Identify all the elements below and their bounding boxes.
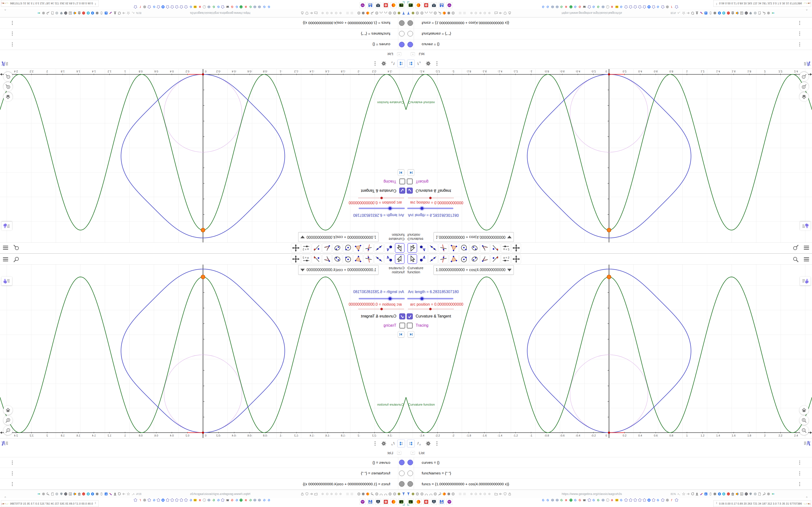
zoom-out-button[interactable] xyxy=(3,72,12,81)
plusblue-icon[interactable] xyxy=(91,11,95,15)
lock-icon[interactable] xyxy=(507,11,512,15)
favicon-Ggreen[interactable]: G xyxy=(560,5,564,9)
crayon-icon[interactable] xyxy=(699,11,704,15)
tree-view-button[interactable] xyxy=(397,60,405,68)
shield-icon[interactable] xyxy=(305,492,309,496)
gear-button[interactable] xyxy=(424,60,432,68)
angle-tool[interactable]: α xyxy=(322,254,332,264)
globegray-icon[interactable] xyxy=(753,11,757,15)
algebra-row[interactable]: funcs = {1.000000000000 + cos(4.00000000… xyxy=(406,479,812,489)
crayon-icon[interactable] xyxy=(699,492,704,496)
zoom-in-button[interactable] xyxy=(3,416,12,425)
globegray-icon[interactable] xyxy=(55,492,59,496)
downteal-icon[interactable] xyxy=(86,11,90,15)
favicon-penta[interactable] xyxy=(134,498,138,502)
collapse-button[interactable]: − xyxy=(411,451,415,455)
favicon-Ya[interactable]: Я xyxy=(244,498,248,502)
favicon-penta[interactable] xyxy=(628,5,633,9)
favicon-Gblue[interactable]: G xyxy=(235,5,239,9)
dotcircle-icon[interactable] xyxy=(321,11,325,15)
wrench-icon[interactable] xyxy=(438,492,442,496)
favicon-Ya[interactable]: Я xyxy=(564,5,568,9)
angle-tool[interactable]: α xyxy=(322,243,332,253)
chevron-up-icon[interactable]: ⌃ xyxy=(805,496,808,500)
favicon-W[interactable]: W xyxy=(225,5,230,9)
floppy64-icon[interactable]: 64 xyxy=(439,499,445,505)
reload-icon[interactable] xyxy=(691,11,695,15)
favicon-Gblue[interactable]: G xyxy=(266,498,271,502)
redgear-icon[interactable] xyxy=(383,499,389,505)
globe-icon[interactable] xyxy=(451,11,455,15)
hamburger-menu-icon[interactable] xyxy=(803,243,810,251)
point-tool[interactable]: A xyxy=(418,243,427,253)
translate-icon[interactable]: Ax xyxy=(131,492,135,496)
translateblue-icon[interactable]: A xyxy=(704,11,708,15)
favicon-sphere[interactable] xyxy=(601,498,605,502)
redcircle-icon[interactable]: TCF xyxy=(726,492,730,496)
curven-icon[interactable] xyxy=(429,11,433,15)
boxd-icon[interactable]: D xyxy=(68,11,72,15)
zoom-in-button[interactable] xyxy=(800,82,809,91)
favicon-penta[interactable] xyxy=(221,5,225,9)
shield-icon[interactable] xyxy=(503,11,507,15)
arc-length-slider[interactable] xyxy=(359,206,405,211)
favicon-penta[interactable] xyxy=(587,5,591,9)
favicon-bluedot[interactable] xyxy=(647,498,651,502)
page-icon[interactable] xyxy=(50,492,54,496)
favicon-Gblue[interactable]: G xyxy=(592,498,596,502)
globe-icon[interactable] xyxy=(393,11,397,15)
olive-icon[interactable] xyxy=(411,492,415,496)
graphics-view[interactable]: -2.4-2.2-2-1.8-1.6-1.4-1.2-1-0.8-0.6-0.4… xyxy=(0,69,406,242)
favicon-gearfav[interactable] xyxy=(143,498,147,502)
arc-position-slider[interactable] xyxy=(358,196,404,200)
favicon-Gred[interactable]: G xyxy=(230,498,234,502)
reflect-tool[interactable] xyxy=(312,243,321,253)
faint-icon[interactable] xyxy=(346,11,350,15)
kebab-menu-icon[interactable] xyxy=(797,30,802,36)
sharecolor-icon[interactable] xyxy=(735,11,739,15)
globegray-icon[interactable] xyxy=(55,11,59,15)
translateblue-icon[interactable]: A xyxy=(104,492,108,496)
arc-position-slider-knob[interactable] xyxy=(380,308,383,310)
visibility-toggle[interactable] xyxy=(407,481,413,487)
favicon-penta[interactable] xyxy=(175,498,179,502)
visibility-toggle[interactable] xyxy=(399,42,405,47)
search-icon[interactable] xyxy=(793,256,799,264)
step-forward-button[interactable] xyxy=(408,169,414,176)
favicon-Ggreen[interactable]: G xyxy=(248,5,252,9)
dotcircle-icon[interactable] xyxy=(339,11,343,15)
terminal-icon[interactable] xyxy=(398,2,404,8)
favicon-Ggreen[interactable]: G xyxy=(248,498,252,502)
dotcircle-icon[interactable] xyxy=(339,492,343,496)
globe-icon[interactable] xyxy=(357,11,361,15)
favicon-penta[interactable] xyxy=(674,5,678,9)
favicon-Gblue[interactable]: G xyxy=(262,498,266,502)
kebab-menu-icon[interactable] xyxy=(10,471,15,477)
hamburger-menu-icon[interactable] xyxy=(803,256,810,264)
curven-icon[interactable] xyxy=(379,492,383,496)
olive-icon[interactable] xyxy=(411,11,415,15)
reflect-tool[interactable] xyxy=(312,254,321,264)
algebra-row[interactable]: funcNames = {" "} xyxy=(406,468,812,479)
function-max-point[interactable] xyxy=(607,228,611,232)
favicon-penta[interactable] xyxy=(147,498,151,502)
favicon-penta[interactable] xyxy=(628,498,633,502)
kebab-menu-icon[interactable] xyxy=(10,19,15,25)
favicon-penta[interactable] xyxy=(147,5,151,9)
shieldgray-icon[interactable] xyxy=(749,492,753,496)
slider-tool[interactable]: a = 2 xyxy=(301,243,311,253)
favicon-Gred[interactable]: G xyxy=(578,498,582,502)
gearoutline-icon[interactable] xyxy=(767,492,771,496)
pan-tool[interactable] xyxy=(291,254,301,264)
reload-icon[interactable] xyxy=(117,492,121,496)
visibility-toggle[interactable] xyxy=(399,470,405,476)
address-bar[interactable]: https://www.geogebra.org/classic/aagcxh3… xyxy=(514,491,669,497)
polygon-tool[interactable] xyxy=(353,254,363,264)
conic-tool[interactable] xyxy=(470,243,479,253)
wrench-icon[interactable] xyxy=(46,492,50,496)
favicon-penta[interactable] xyxy=(624,498,628,502)
arrowleft-icon[interactable] xyxy=(499,492,503,496)
step-forward-button[interactable] xyxy=(398,331,404,338)
favicon-Ya[interactable]: Я xyxy=(198,5,202,9)
circleoutline-icon[interactable] xyxy=(474,492,478,496)
